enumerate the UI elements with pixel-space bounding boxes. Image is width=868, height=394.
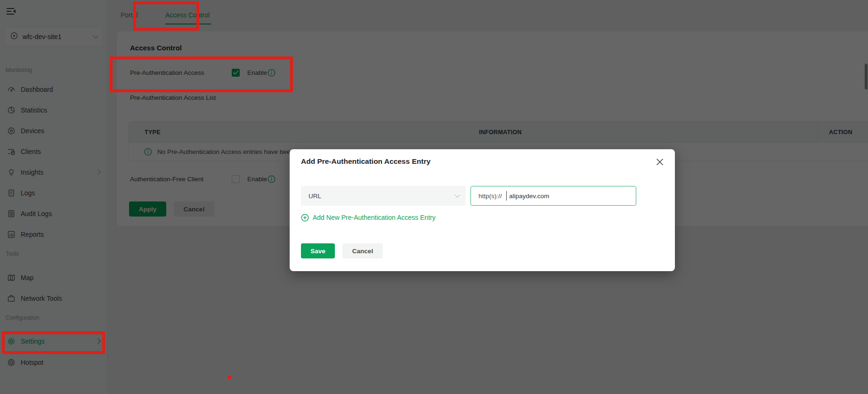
add-pre-auth-entry-dialog: Add Pre-Authentication Access Entry URL … (290, 149, 675, 271)
text-caret (506, 191, 507, 201)
url-input-value[interactable]: alipaydev.com (509, 193, 549, 200)
url-input-group[interactable]: http(s):// alipaydev.com (471, 186, 636, 206)
add-new-entry-label: Add New Pre-Authentication Access Entry (313, 214, 436, 221)
close-icon[interactable] (653, 155, 666, 169)
entry-type-select[interactable]: URL (301, 186, 466, 206)
url-prefix: http(s):// (479, 193, 502, 200)
save-button[interactable]: Save (301, 243, 335, 258)
dialog-title: Add Pre-Authentication Access Entry (301, 157, 430, 166)
annotation-red-dot (227, 376, 231, 379)
modal-cancel-button[interactable]: Cancel (342, 243, 383, 258)
add-new-entry-link[interactable]: Add New Pre-Authentication Access Entry (301, 212, 436, 223)
entry-type-value: URL (308, 193, 321, 200)
plus-circle-icon (301, 214, 309, 222)
chevron-down-icon (454, 192, 460, 197)
